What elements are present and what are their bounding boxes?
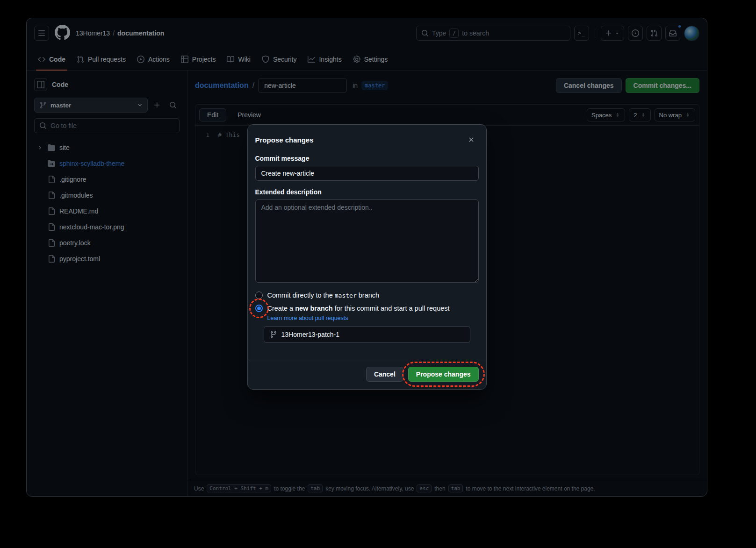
commit-message-input[interactable] [255, 166, 479, 181]
extended-description-label: Extended description [255, 188, 479, 196]
new-branch-name-input[interactable] [281, 331, 464, 338]
new-branch-name-field[interactable] [264, 326, 470, 343]
propose-changes-button[interactable]: Propose changes [408, 367, 479, 382]
close-icon [468, 136, 475, 143]
create-branch-radio[interactable] [255, 305, 263, 312]
git-branch-icon [270, 331, 277, 338]
extended-description-textarea[interactable] [255, 199, 479, 283]
cancel-button[interactable]: Cancel [366, 367, 403, 382]
dialog-title: Propose changes [255, 136, 314, 144]
commit-direct-radio[interactable] [255, 292, 263, 299]
github-window: 13Homer13 / documentation Type / to sear… [26, 18, 707, 497]
learn-more-link[interactable]: Learn more about pull requests [267, 315, 348, 321]
create-branch-option[interactable]: Create a new branch for this commit and … [255, 305, 479, 312]
close-dialog-button[interactable] [464, 132, 479, 147]
commit-message-label: Commit message [255, 155, 479, 162]
commit-direct-option[interactable]: Commit directly to the master branch [255, 292, 479, 299]
desktop-background: { "header": { "owner": "13Homer13", "sep… [0, 0, 756, 548]
branch-name-code: master [335, 292, 357, 299]
propose-changes-dialog: Propose changes Commit message Extended … [247, 124, 487, 390]
